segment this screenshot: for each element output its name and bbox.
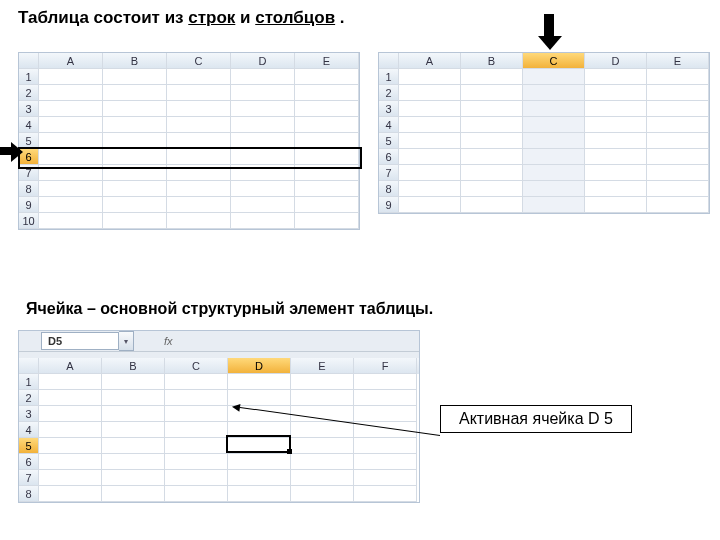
cell-A7[interactable] [399, 165, 461, 181]
cell-E10[interactable] [295, 213, 359, 229]
cell-B6[interactable] [102, 454, 165, 470]
col-header-B[interactable]: B [102, 358, 165, 374]
cell-E7[interactable] [291, 470, 354, 486]
cell-A8[interactable] [399, 181, 461, 197]
cell-E7[interactable] [295, 165, 359, 181]
row-header-6[interactable]: 6 [19, 454, 39, 470]
cell-E2[interactable] [291, 390, 354, 406]
name-box[interactable]: D5 [41, 332, 119, 350]
col-header-C[interactable]: C [167, 53, 231, 69]
cell-F1[interactable] [354, 374, 417, 390]
cell-D6[interactable] [231, 149, 295, 165]
cell-D1[interactable] [585, 69, 647, 85]
row-header-7[interactable]: 7 [379, 165, 399, 181]
row-header-9[interactable]: 9 [19, 197, 39, 213]
cell-B1[interactable] [461, 69, 523, 85]
row-header-4[interactable]: 4 [19, 117, 39, 133]
cell-B5[interactable] [102, 438, 165, 454]
cell-B7[interactable] [461, 165, 523, 181]
cell-E4[interactable] [647, 117, 709, 133]
cell-E3[interactable] [295, 101, 359, 117]
cell-D8[interactable] [228, 486, 291, 502]
cell-C4[interactable] [523, 117, 585, 133]
row-header-4[interactable]: 4 [379, 117, 399, 133]
cell-D3[interactable] [585, 101, 647, 117]
cell-C2[interactable] [165, 390, 228, 406]
cell-C6[interactable] [523, 149, 585, 165]
col-header-C[interactable]: C [523, 53, 585, 69]
cell-C6[interactable] [165, 454, 228, 470]
cell-A4[interactable] [399, 117, 461, 133]
cell-D7[interactable] [585, 165, 647, 181]
select-all-corner[interactable] [19, 358, 39, 374]
row-header-6[interactable]: 6 [379, 149, 399, 165]
cell-A8[interactable] [39, 181, 103, 197]
row-header-3[interactable]: 3 [19, 406, 39, 422]
cell-B4[interactable] [461, 117, 523, 133]
cell-D5[interactable] [585, 133, 647, 149]
col-header-A[interactable]: A [39, 53, 103, 69]
cell-C7[interactable] [165, 470, 228, 486]
cell-D2[interactable] [231, 85, 295, 101]
cell-E1[interactable] [295, 69, 359, 85]
cell-A8[interactable] [39, 486, 102, 502]
cell-B6[interactable] [461, 149, 523, 165]
cell-B9[interactable] [461, 197, 523, 213]
cell-B6[interactable] [103, 149, 167, 165]
cell-B1[interactable] [103, 69, 167, 85]
cell-C8[interactable] [165, 486, 228, 502]
cell-B4[interactable] [102, 422, 165, 438]
cell-C3[interactable] [167, 101, 231, 117]
col-header-E[interactable]: E [295, 53, 359, 69]
cell-E8[interactable] [295, 181, 359, 197]
cell-D7[interactable] [231, 165, 295, 181]
row-header-1[interactable]: 1 [19, 69, 39, 85]
cell-D4[interactable] [228, 422, 291, 438]
cell-A3[interactable] [399, 101, 461, 117]
name-box-dropdown-icon[interactable]: ▾ [119, 331, 134, 351]
col-header-D[interactable]: D [585, 53, 647, 69]
cell-B8[interactable] [103, 181, 167, 197]
cell-B10[interactable] [103, 213, 167, 229]
cell-A3[interactable] [39, 101, 103, 117]
cell-E1[interactable] [647, 69, 709, 85]
cell-A6[interactable] [399, 149, 461, 165]
cell-A2[interactable] [39, 390, 102, 406]
cell-E5[interactable] [291, 438, 354, 454]
row-header-2[interactable]: 2 [19, 390, 39, 406]
cell-E7[interactable] [647, 165, 709, 181]
select-all-corner[interactable] [379, 53, 399, 69]
cell-D5[interactable] [228, 438, 291, 454]
cell-A5[interactable] [399, 133, 461, 149]
cell-B8[interactable] [102, 486, 165, 502]
cell-D10[interactable] [231, 213, 295, 229]
cell-C9[interactable] [523, 197, 585, 213]
cell-A6[interactable] [39, 149, 103, 165]
cell-D4[interactable] [585, 117, 647, 133]
row-header-9[interactable]: 9 [379, 197, 399, 213]
row-header-3[interactable]: 3 [19, 101, 39, 117]
cell-C2[interactable] [167, 85, 231, 101]
col-header-F[interactable]: F [354, 358, 417, 374]
cell-A2[interactable] [399, 85, 461, 101]
cell-E8[interactable] [291, 486, 354, 502]
row-header-7[interactable]: 7 [19, 470, 39, 486]
cell-A10[interactable] [39, 213, 103, 229]
cell-B2[interactable] [102, 390, 165, 406]
cell-B2[interactable] [103, 85, 167, 101]
cell-C9[interactable] [167, 197, 231, 213]
cell-E5[interactable] [647, 133, 709, 149]
select-all-corner[interactable] [19, 53, 39, 69]
cell-C10[interactable] [167, 213, 231, 229]
row-header-5[interactable]: 5 [379, 133, 399, 149]
cell-A2[interactable] [39, 85, 103, 101]
cell-E3[interactable] [647, 101, 709, 117]
cell-A4[interactable] [39, 422, 102, 438]
cell-D3[interactable] [231, 101, 295, 117]
cell-B8[interactable] [461, 181, 523, 197]
cell-C8[interactable] [167, 181, 231, 197]
cell-C5[interactable] [523, 133, 585, 149]
col-header-E[interactable]: E [291, 358, 354, 374]
cell-C8[interactable] [523, 181, 585, 197]
cell-D5[interactable] [231, 133, 295, 149]
